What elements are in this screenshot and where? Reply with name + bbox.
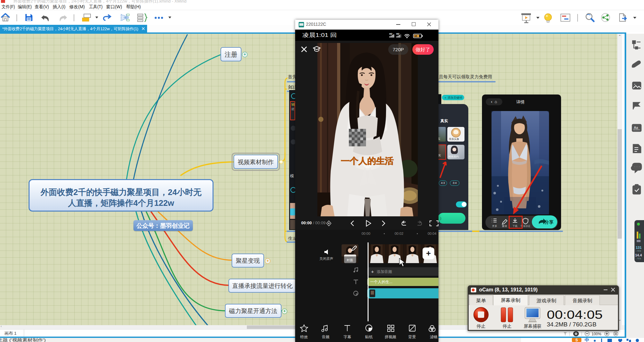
svg-text:00:04:05: 00:04:05	[547, 308, 603, 321]
svg-text:文件(F): 文件(F)	[2, 4, 15, 9]
svg-text:＋ 添加关键词: ＋ 添加关键词	[444, 96, 462, 99]
svg-text:注册: 注册	[225, 51, 237, 58]
svg-text:磁力聚星开通方法: 磁力聚星开通方法	[229, 308, 277, 314]
svg-text:帮助(H): 帮助(H)	[126, 4, 141, 9]
svg-text:游戏录制: 游戏录制	[536, 298, 556, 303]
svg-text:查看(V): 查看(V)	[35, 4, 49, 9]
svg-text:中: 中	[585, 338, 589, 342]
svg-text:34.2MB / 760.2GB: 34.2MB / 760.2GB	[547, 321, 596, 328]
svg-text:更多: 更多	[492, 225, 497, 227]
svg-text:工具(T): 工具(T)	[89, 4, 103, 9]
svg-text:+: +	[371, 269, 374, 274]
svg-text:滤镜: 滤镜	[430, 335, 437, 339]
svg-text:人直播，矩阵操作4个月122w: 人直播，矩阵操作4个月122w	[68, 198, 174, 208]
svg-text:真实: 真实	[440, 119, 448, 123]
svg-text:Aa: Aa	[634, 126, 638, 129]
svg-text:分享: 分享	[544, 220, 553, 225]
svg-text:修改(M): 修改(M)	[69, 4, 85, 9]
svg-text:屏幕捕获: 屏幕捕获	[524, 324, 541, 329]
svg-text:65: 65	[415, 35, 417, 37]
svg-text:直播承接流量进行转化: 直播承接流量进行转化	[232, 283, 293, 289]
svg-text:特效: 特效	[300, 335, 308, 339]
svg-text:添加音频: 添加音频	[377, 269, 392, 274]
svg-text:做好了: 做好了	[416, 47, 430, 52]
svg-text:详情: 详情	[516, 100, 525, 104]
svg-text:实: 实	[438, 154, 441, 157]
svg-text:重做: 重做	[502, 225, 507, 227]
svg-text:关闭原声: 关闭原声	[319, 257, 333, 261]
svg-text:封面: 封面	[347, 258, 353, 262]
svg-text:字幕: 字幕	[343, 335, 351, 339]
svg-text:一个人的生活: 一个人的生活	[341, 156, 394, 166]
svg-text:拼视频: 拼视频	[384, 335, 396, 339]
svg-text:背景: 背景	[408, 335, 416, 339]
svg-text:建: 建	[291, 107, 295, 111]
svg-text:停止: 停止	[477, 324, 485, 329]
svg-text:菜单: 菜单	[476, 298, 486, 303]
svg-text:一个人的生...: 一个人的生...	[370, 280, 392, 284]
svg-text:萌系头像: 萌系头像	[449, 138, 459, 141]
svg-text:屏幕录制: 屏幕录制	[501, 297, 520, 303]
svg-text:模: 模	[290, 174, 294, 178]
svg-text:辅: 辅	[291, 102, 295, 106]
svg-text:编辑(E): 编辑(E)	[18, 4, 32, 9]
svg-text:100%: 100%	[592, 332, 601, 336]
svg-text:停止: 停止	[503, 324, 512, 329]
svg-text:凌晨1:01 回: 凌晨1:01 回	[302, 32, 337, 38]
svg-text:窗口(W): 窗口(W)	[106, 4, 122, 9]
svg-text:*外面收费2千的磁力聚星项目，24小时无人直播，4个月122: *外面收费2千的磁力聚星项目，24小时无人直播，4个月122w，可矩阵操作(1)	[2, 26, 138, 31]
svg-text:画布 1: 画布 1	[4, 331, 17, 336]
svg-text:音频: 音频	[322, 335, 329, 339]
svg-text:HD: HD	[389, 33, 392, 35]
svg-text:外面收费2千的磁力聚星项目，24小时无人直播，4个月122w: 外面收费2千的磁力聚星项目，24小时无人直播，4个月122w，可矩阵操作(1).…	[13, 0, 186, 3]
svg-text:贴纸: 贴纸	[365, 335, 373, 339]
svg-text:公众号：墨羽创业记: 公众号：墨羽创业记	[136, 222, 190, 229]
svg-text:音频录制: 音频录制	[573, 298, 592, 303]
svg-text:HD: HD	[396, 33, 399, 35]
svg-text:时尚简约: 时尚简约	[449, 155, 459, 158]
svg-text:聚星变现: 聚星变现	[236, 257, 260, 264]
svg-text:主题 ('视频素材制作'): 主题 ('视频素材制作')	[0, 338, 46, 342]
svg-text:插入(I): 插入(I)	[52, 4, 65, 9]
svg-text:视频素材制作: 视频素材制作	[238, 159, 274, 165]
svg-text:外面收费2千的快手磁力聚星项目，24小时无: 外面收费2千的快手磁力聚星项目，24小时无	[40, 187, 202, 197]
